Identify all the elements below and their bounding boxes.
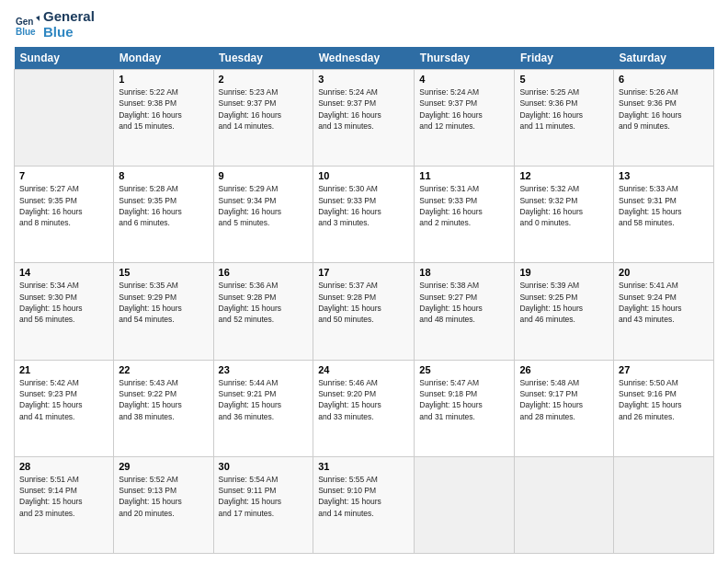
- calendar-cell: 3Sunrise: 5:24 AM Sunset: 9:37 PM Daylig…: [313, 70, 415, 167]
- weekday-header: Monday: [114, 47, 213, 70]
- calendar-cell: [415, 456, 515, 553]
- calendar-cell: 30Sunrise: 5:54 AM Sunset: 9:11 PM Dayli…: [213, 456, 313, 553]
- day-number: 1: [119, 74, 208, 85]
- day-info: Sunrise: 5:46 AM Sunset: 9:20 PM Dayligh…: [318, 377, 409, 422]
- day-number: 23: [219, 364, 309, 375]
- day-number: 14: [19, 267, 108, 278]
- calendar-page: Gen Blue General Blue SundayMondayTuesda…: [0, 0, 728, 563]
- calendar-cell: 26Sunrise: 5:48 AM Sunset: 9:17 PM Dayli…: [515, 360, 614, 456]
- day-info: Sunrise: 5:54 AM Sunset: 9:11 PM Dayligh…: [219, 474, 309, 519]
- day-info: Sunrise: 5:27 AM Sunset: 9:35 PM Dayligh…: [19, 183, 108, 228]
- day-number: 9: [219, 170, 309, 181]
- logo-general: General: [43, 9, 95, 25]
- day-info: Sunrise: 5:31 AM Sunset: 9:33 PM Dayligh…: [419, 183, 509, 228]
- day-number: 5: [519, 74, 609, 85]
- day-info: Sunrise: 5:55 AM Sunset: 9:10 PM Dayligh…: [318, 474, 409, 519]
- day-number: 26: [519, 364, 609, 375]
- day-number: 12: [519, 170, 609, 181]
- calendar-cell: 23Sunrise: 5:44 AM Sunset: 9:21 PM Dayli…: [213, 360, 313, 456]
- calendar-cell: 8Sunrise: 5:28 AM Sunset: 9:35 PM Daylig…: [114, 167, 213, 263]
- calendar-body: 1Sunrise: 5:22 AM Sunset: 9:38 PM Daylig…: [15, 70, 714, 554]
- calendar-cell: 14Sunrise: 5:34 AM Sunset: 9:30 PM Dayli…: [15, 263, 114, 360]
- calendar-week-row: 28Sunrise: 5:51 AM Sunset: 9:14 PM Dayli…: [15, 456, 714, 553]
- calendar-cell: 21Sunrise: 5:42 AM Sunset: 9:23 PM Dayli…: [15, 360, 114, 456]
- calendar-header: SundayMondayTuesdayWednesdayThursdayFrid…: [15, 47, 714, 70]
- calendar-cell: 22Sunrise: 5:43 AM Sunset: 9:22 PM Dayli…: [114, 360, 213, 456]
- calendar-cell: 31Sunrise: 5:55 AM Sunset: 9:10 PM Dayli…: [313, 456, 415, 553]
- calendar-cell: 7Sunrise: 5:27 AM Sunset: 9:35 PM Daylig…: [15, 167, 114, 263]
- calendar-week-row: 21Sunrise: 5:42 AM Sunset: 9:23 PM Dayli…: [15, 360, 714, 456]
- day-info: Sunrise: 5:24 AM Sunset: 9:37 PM Dayligh…: [318, 86, 409, 132]
- day-info: Sunrise: 5:38 AM Sunset: 9:27 PM Dayligh…: [419, 280, 509, 325]
- day-number: 13: [619, 170, 709, 181]
- calendar-cell: 6Sunrise: 5:26 AM Sunset: 9:36 PM Daylig…: [614, 70, 714, 167]
- weekday-header: Wednesday: [313, 47, 415, 70]
- day-number: 15: [119, 267, 208, 278]
- day-info: Sunrise: 5:39 AM Sunset: 9:25 PM Dayligh…: [519, 280, 609, 325]
- day-info: Sunrise: 5:32 AM Sunset: 9:32 PM Dayligh…: [519, 183, 609, 228]
- day-number: 8: [119, 170, 208, 181]
- calendar-cell: 15Sunrise: 5:35 AM Sunset: 9:29 PM Dayli…: [114, 263, 213, 360]
- day-info: Sunrise: 5:50 AM Sunset: 9:16 PM Dayligh…: [619, 377, 709, 422]
- calendar-cell: 11Sunrise: 5:31 AM Sunset: 9:33 PM Dayli…: [415, 167, 515, 263]
- day-number: 4: [419, 74, 509, 85]
- calendar-cell: [515, 456, 614, 553]
- weekday-header: Sunday: [15, 47, 114, 70]
- day-number: 2: [219, 74, 309, 85]
- day-number: 19: [519, 267, 609, 278]
- weekday-header: Thursday: [415, 47, 515, 70]
- day-number: 6: [619, 74, 709, 85]
- calendar-table: SundayMondayTuesdayWednesdayThursdayFrid…: [14, 47, 714, 554]
- day-number: 3: [318, 74, 409, 85]
- header-row: SundayMondayTuesdayWednesdayThursdayFrid…: [15, 47, 714, 70]
- calendar-cell: 16Sunrise: 5:36 AM Sunset: 9:28 PM Dayli…: [213, 263, 313, 360]
- day-info: Sunrise: 5:47 AM Sunset: 9:18 PM Dayligh…: [419, 377, 509, 422]
- calendar-cell: 12Sunrise: 5:32 AM Sunset: 9:32 PM Dayli…: [515, 167, 614, 263]
- calendar-cell: 13Sunrise: 5:33 AM Sunset: 9:31 PM Dayli…: [614, 167, 714, 263]
- day-info: Sunrise: 5:24 AM Sunset: 9:37 PM Dayligh…: [419, 86, 509, 132]
- header: Gen Blue General Blue: [14, 9, 714, 40]
- day-info: Sunrise: 5:52 AM Sunset: 9:13 PM Dayligh…: [119, 474, 208, 519]
- svg-text:Blue: Blue: [16, 27, 36, 37]
- calendar-cell: 2Sunrise: 5:23 AM Sunset: 9:37 PM Daylig…: [213, 70, 313, 167]
- day-number: 18: [419, 267, 509, 278]
- day-number: 11: [419, 170, 509, 181]
- calendar-cell: 27Sunrise: 5:50 AM Sunset: 9:16 PM Dayli…: [614, 360, 714, 456]
- calendar-cell: 10Sunrise: 5:30 AM Sunset: 9:33 PM Dayli…: [313, 167, 415, 263]
- day-info: Sunrise: 5:37 AM Sunset: 9:28 PM Dayligh…: [318, 280, 409, 325]
- day-number: 28: [19, 461, 108, 472]
- day-number: 31: [318, 461, 409, 472]
- day-number: 7: [19, 170, 108, 181]
- day-info: Sunrise: 5:30 AM Sunset: 9:33 PM Dayligh…: [318, 183, 409, 228]
- day-number: 17: [318, 267, 409, 278]
- calendar-cell: 28Sunrise: 5:51 AM Sunset: 9:14 PM Dayli…: [15, 456, 114, 553]
- calendar-cell: 1Sunrise: 5:22 AM Sunset: 9:38 PM Daylig…: [114, 70, 213, 167]
- calendar-week-row: 1Sunrise: 5:22 AM Sunset: 9:38 PM Daylig…: [15, 70, 714, 167]
- calendar-cell: 20Sunrise: 5:41 AM Sunset: 9:24 PM Dayli…: [614, 263, 714, 360]
- logo-blue: Blue: [43, 25, 95, 40]
- svg-text:Gen: Gen: [16, 17, 33, 27]
- calendar-cell: 25Sunrise: 5:47 AM Sunset: 9:18 PM Dayli…: [415, 360, 515, 456]
- day-info: Sunrise: 5:35 AM Sunset: 9:29 PM Dayligh…: [119, 280, 208, 325]
- day-info: Sunrise: 5:23 AM Sunset: 9:37 PM Dayligh…: [219, 86, 309, 132]
- day-info: Sunrise: 5:36 AM Sunset: 9:28 PM Dayligh…: [219, 280, 309, 325]
- calendar-cell: 29Sunrise: 5:52 AM Sunset: 9:13 PM Dayli…: [114, 456, 213, 553]
- day-info: Sunrise: 5:41 AM Sunset: 9:24 PM Dayligh…: [619, 280, 709, 325]
- calendar-cell: [15, 70, 114, 167]
- calendar-cell: 17Sunrise: 5:37 AM Sunset: 9:28 PM Dayli…: [313, 263, 415, 360]
- day-info: Sunrise: 5:42 AM Sunset: 9:23 PM Dayligh…: [19, 377, 108, 422]
- calendar-cell: [614, 456, 714, 553]
- day-number: 30: [219, 461, 309, 472]
- day-info: Sunrise: 5:44 AM Sunset: 9:21 PM Dayligh…: [219, 377, 309, 422]
- calendar-week-row: 14Sunrise: 5:34 AM Sunset: 9:30 PM Dayli…: [15, 263, 714, 360]
- day-number: 22: [119, 364, 208, 375]
- day-number: 16: [219, 267, 309, 278]
- day-info: Sunrise: 5:43 AM Sunset: 9:22 PM Dayligh…: [119, 377, 208, 422]
- calendar-cell: 5Sunrise: 5:25 AM Sunset: 9:36 PM Daylig…: [515, 70, 614, 167]
- day-number: 24: [318, 364, 409, 375]
- svg-marker-3: [36, 16, 40, 21]
- day-info: Sunrise: 5:25 AM Sunset: 9:36 PM Dayligh…: [519, 86, 609, 132]
- logo: Gen Blue General Blue: [14, 9, 95, 40]
- calendar-cell: 9Sunrise: 5:29 AM Sunset: 9:34 PM Daylig…: [213, 167, 313, 263]
- day-info: Sunrise: 5:51 AM Sunset: 9:14 PM Dayligh…: [19, 474, 108, 519]
